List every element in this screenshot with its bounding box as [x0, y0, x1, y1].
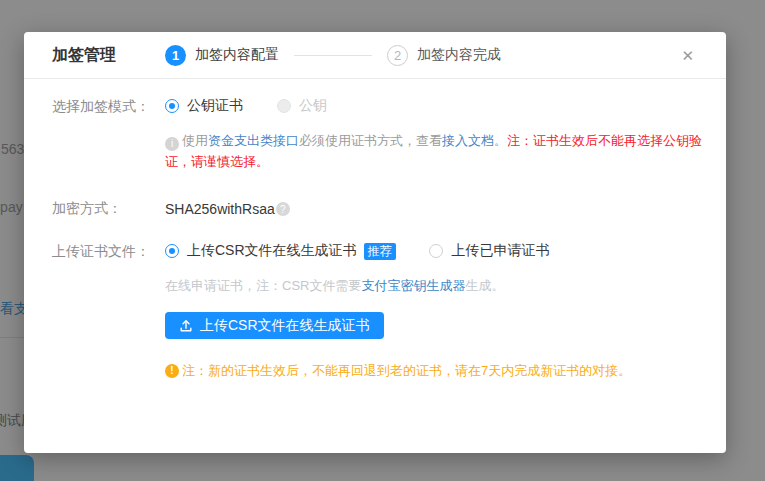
integration-doc-link[interactable]: 接入文档 [442, 133, 494, 148]
dialog-title: 加签管理 [52, 45, 116, 66]
radio-unchecked-icon [429, 244, 443, 258]
info-text-dot: 。 [494, 133, 507, 148]
encryption-value: SHA256withRsaa [165, 201, 275, 217]
csr-hint: 在线申请证书，注：CSR文件需要支付宝密钥生成器生成。 [165, 277, 698, 295]
step-2-label: 加签内容完成 [417, 46, 501, 64]
sign-mode-row: 选择加签模式： 公钥证书 公钥 [52, 97, 698, 116]
radio-public-key-cert-label: 公钥证书 [187, 97, 243, 115]
info-icon: i [165, 137, 179, 151]
step-1-circle: 1 [165, 45, 186, 66]
encryption-value-wrap: SHA256withRsaa ? [165, 201, 290, 217]
step-1-label: 加签内容配置 [195, 46, 279, 64]
sign-management-dialog: 加签管理 1 加签内容配置 2 加签内容完成 ✕ 选择加签模式： 公钥证书 公钥 [24, 32, 726, 453]
cert-upload-row: 上传证书文件： 上传CSR文件在线生成证书 推荐 上传已申请证书 [52, 242, 698, 261]
recommended-badge: 推荐 [364, 243, 396, 260]
steps-indicator: 1 加签内容配置 2 加签内容完成 [165, 45, 677, 66]
dialog-body: 选择加签模式： 公钥证书 公钥 i使用资金支出类接口必须使用证书方式，查看接入文… [24, 79, 726, 380]
upload-icon [179, 319, 193, 333]
radio-upload-existing[interactable]: 上传已申请证书 [429, 242, 549, 260]
warning-icon: ! [165, 364, 179, 378]
info-text-prefix: 使用 [182, 133, 208, 148]
info-text-middle: 必须使用证书方式，查看 [299, 133, 442, 148]
cert-switch-note-text: 注：新的证书生效后，不能再回退到老的证书，请在7天内完成新证书的对接。 [182, 362, 631, 380]
radio-upload-csr[interactable]: 上传CSR文件在线生成证书 推荐 [165, 242, 396, 260]
radio-public-key-label: 公钥 [299, 97, 327, 115]
cert-upload-options: 上传CSR文件在线生成证书 推荐 上传已申请证书 [165, 242, 579, 261]
cert-upload-label: 上传证书文件： [52, 243, 165, 261]
cert-switch-note: ! 注：新的证书生效后，不能再回退到老的证书，请在7天内完成新证书的对接。 [165, 362, 698, 380]
radio-checked-icon [165, 244, 179, 258]
sign-mode-options: 公钥证书 公钥 [165, 97, 357, 116]
close-icon[interactable]: ✕ [677, 44, 698, 67]
key-generator-link[interactable]: 支付宝密钥生成器 [361, 278, 465, 293]
step-2-circle: 2 [387, 45, 408, 66]
sign-mode-label: 选择加签模式： [52, 98, 165, 116]
encryption-row: 加密方式： SHA256withRsaa ? [52, 200, 698, 218]
radio-upload-csr-label: 上传CSR文件在线生成证书 [187, 242, 357, 260]
dialog-header: 加签管理 1 加签内容配置 2 加签内容完成 ✕ [24, 32, 726, 79]
radio-public-key[interactable]: 公钥 [277, 97, 327, 115]
radio-checked-icon [165, 99, 179, 113]
radio-upload-existing-label: 上传已申请证书 [451, 242, 549, 260]
radio-public-key-cert[interactable]: 公钥证书 [165, 97, 243, 115]
radio-disabled-icon [277, 99, 291, 113]
upload-csr-button-label: 上传CSR文件在线生成证书 [200, 317, 370, 335]
hint-prefix: 在线申请证书，注：CSR文件需要 [165, 278, 361, 293]
step-connector-line [294, 55, 372, 56]
question-icon[interactable]: ? [276, 202, 290, 216]
upload-csr-button[interactable]: 上传CSR文件在线生成证书 [165, 312, 384, 339]
hint-suffix: 生成。 [465, 278, 504, 293]
sign-mode-info: i使用资金支出类接口必须使用证书方式，查看接入文档。注：证书生效后不能再选择公钥… [165, 130, 710, 172]
encryption-label: 加密方式： [52, 200, 165, 218]
funds-api-link[interactable]: 资金支出类接口 [208, 133, 299, 148]
